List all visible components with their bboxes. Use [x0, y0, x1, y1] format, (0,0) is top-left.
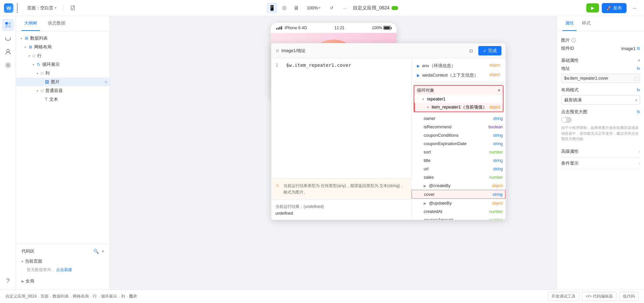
field-couponamount[interactable]: couponAmount number [412, 216, 505, 220]
arrow-row: ▾ [27, 54, 32, 58]
breadcrumb-row[interactable]: 行 [93, 294, 97, 299]
global-header[interactable]: ▶ 全局 [21, 277, 104, 286]
owner-type: string [493, 116, 503, 121]
expr-editor-right: ▶ env（环境信息） object ▶ wedaContext（上下文信息） … [412, 58, 505, 220]
tree-item-row[interactable]: ▾ □ 行 [16, 51, 110, 60]
ctx-weda[interactable]: ▶ wedaContext（上下文信息） object [414, 71, 503, 80]
data-icon[interactable] [2, 32, 14, 44]
battery-fill [384, 27, 389, 29]
layout-select[interactable]: 裁剪填满 [561, 95, 640, 105]
preview-field: 点击预览大图 fx 由于小程序限制，如果将图片放在轮播容器或滚动容器中，该功能无… [561, 109, 640, 142]
more-btn[interactable]: ··· [339, 3, 350, 13]
field-couponconditions[interactable]: couponConditions string [412, 131, 505, 139]
user-icon[interactable] [2, 46, 14, 58]
component-id-field: 组件ID image1 ⧉ [561, 45, 640, 51]
field-isrecommend[interactable]: isRecommend boolean [412, 123, 505, 131]
zoom-selector[interactable]: 100% ▾ [304, 4, 323, 12]
complete-button[interactable]: ✓ 完成 [478, 46, 501, 55]
field-updateby[interactable]: ▶ @updateBy object [412, 199, 505, 207]
breadcrumb-image: 图片 [129, 294, 137, 299]
createby-arrow: ▶ [424, 184, 426, 188]
app-menu-icon[interactable] [15, 2, 19, 14]
current-page-header[interactable]: ▾ 当前页面 [21, 257, 104, 266]
tree-item-container[interactable]: ▾ □ 普通容器 [16, 86, 110, 95]
warning-content: ⚠ 当前运行结果类型为 任何类型(any)，期望返回类型为 文本(string)… [275, 183, 407, 196]
tab-style[interactable]: 样式 [579, 16, 593, 31]
loop-collapse-arrow[interactable]: ▾ [498, 88, 500, 93]
breadcrumb-grid[interactable]: 网格布局 [73, 294, 89, 299]
dev-tools-btn[interactable]: 开发调试工具 [548, 292, 579, 301]
field-couponexpirationdate[interactable]: couponExpirationDate string [412, 139, 505, 148]
help-icon[interactable]: ? [2, 275, 14, 287]
breadcrumb-loop[interactable]: 循环展示 [101, 294, 117, 299]
breadcrumb-app[interactable]: 自定义应用_0624 [5, 294, 37, 299]
search-code-btn[interactable]: 🔍 [93, 249, 99, 254]
datalist-label: 数据列表 [30, 35, 48, 41]
repeater1-arrow: ▾ [422, 97, 424, 101]
field-createby-obj[interactable]: ▶ @createBy object [412, 181, 505, 190]
field-owner[interactable]: owner string [412, 114, 505, 123]
container-icon: □ [41, 88, 43, 93]
field-sort[interactable]: sort number [412, 148, 505, 156]
phone-view-btn[interactable]: 📱 [267, 3, 277, 13]
loop-item-repeater1[interactable]: ▾ item_repeater1（当前项值） object [414, 103, 503, 112]
expr-editor-left: 1 $w.item_repeater1.cover ⚠ 当前运行结果类型为 任何… [271, 58, 412, 220]
info-icon[interactable]: i [571, 38, 576, 43]
expr-code-area[interactable]: 1 $w.item_repeater1.cover [271, 58, 411, 178]
settings-icon[interactable] [2, 59, 14, 71]
sep3: › [70, 294, 71, 299]
tree-item-text[interactable]: T 文本 [16, 95, 110, 104]
field-cover[interactable]: cover string [412, 190, 505, 199]
expand-address-icon[interactable]: ⛶ [635, 77, 638, 81]
topbar-more-btn[interactable]: ··· [629, 3, 640, 13]
publish-button[interactable]: 🚀 发布 [602, 3, 627, 13]
expr-context-items: ▶ env（环境信息） object ▶ wedaContext（上下文信息） … [412, 58, 505, 83]
right-panel: 属性 样式 图片 i 组件ID image1 ⧉ [557, 16, 644, 290]
tree-item-datalist[interactable]: ▾ ⊞ 数据列表 ≡ [16, 34, 110, 43]
tab-props[interactable]: 属性 [562, 16, 577, 31]
create-link[interactable]: 点击新建 [56, 267, 72, 272]
sort-type: number [489, 150, 503, 155]
tree-item-image[interactable]: 🖼 图片 ≡ [16, 78, 110, 86]
address-fx-btn[interactable]: fx [637, 66, 640, 71]
field-url[interactable]: url string [412, 165, 505, 173]
outline-icon[interactable] [2, 19, 14, 31]
field-title[interactable]: title string [412, 156, 505, 165]
createdat-type: number [489, 209, 503, 214]
field-createdat[interactable]: createdAt number [412, 207, 505, 216]
tab-state[interactable]: 状态数据 [45, 16, 68, 31]
code-editor-btn[interactable]: </> 代码编辑器 [582, 292, 616, 301]
breadcrumb-page[interactable]: 页面 [41, 294, 49, 299]
preview-fx-btn[interactable]: fx [637, 110, 640, 114]
loop-repeater1[interactable]: ▾ repeater1 [414, 95, 503, 103]
field-sales[interactable]: sales number [412, 173, 505, 181]
new-page-icon[interactable] [68, 3, 78, 13]
preview-row: 点击预览大图 fx [561, 109, 640, 115]
svg-point-13 [278, 51, 278, 52]
advanced-section[interactable]: 高级属性 › [561, 146, 640, 158]
breadcrumb-col[interactable]: 列 [121, 294, 125, 299]
cover-type: string [493, 192, 502, 197]
preview-toggle[interactable] [561, 117, 572, 123]
tree-item-col[interactable]: ▾ □ 列 [16, 69, 110, 78]
copy-id-icon[interactable]: ⧉ [637, 46, 640, 51]
expand-editor-btn[interactable]: ⊡ [466, 46, 476, 55]
ctx-env[interactable]: ▶ env（环境信息） object [414, 61, 503, 71]
add-code-btn[interactable]: + [102, 249, 104, 254]
preview-button[interactable]: ▶ [586, 3, 599, 12]
tree-item-loop[interactable]: ▾ ↻ 循环展示 ≡ [16, 60, 110, 69]
condition-section[interactable]: 条件显示 › [561, 158, 640, 169]
lowcode-btn[interactable]: 低代码 [619, 292, 639, 301]
watch-view-btn[interactable]: ⊙ [279, 3, 289, 13]
tree-item-grid[interactable]: ▾ ⊞ 网格布局 [16, 43, 110, 51]
page-selector[interactable]: 页面：空白页 ▾ [24, 4, 59, 12]
breadcrumb-datalist[interactable]: 数据列表 [53, 294, 69, 299]
tab-outline[interactable]: 大纲树 [21, 16, 40, 31]
address-input[interactable] [561, 74, 640, 83]
layout-fx-btn[interactable]: fx [637, 88, 640, 92]
sep6: › [118, 294, 120, 299]
result-label: 当前运行结果：(undefined) [275, 204, 407, 210]
refresh-btn[interactable]: ↺ [326, 3, 337, 13]
loop-icon: ↻ [37, 62, 40, 67]
desktop-view-btn[interactable]: 🖥 [291, 3, 302, 13]
